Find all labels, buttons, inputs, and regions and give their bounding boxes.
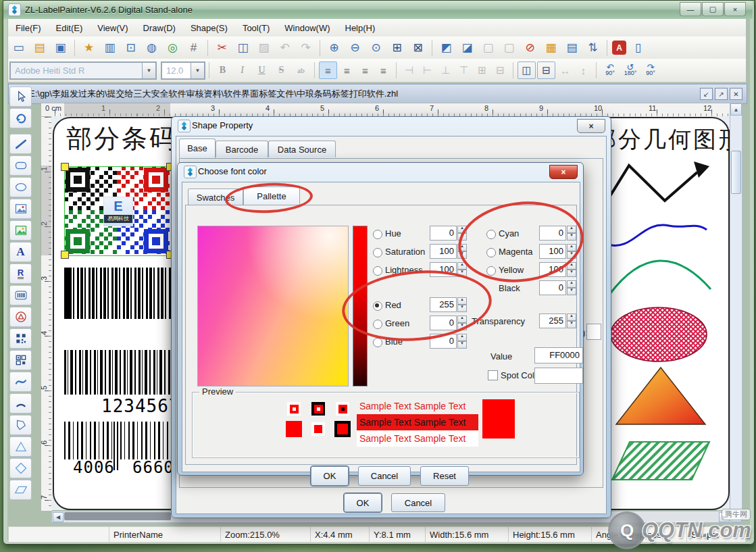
menu-tool[interactable]: Tool(T) <box>235 21 277 35</box>
tab-data-source[interactable]: Data Source <box>268 141 336 157</box>
tab-barcode[interactable]: Barcode <box>216 141 268 157</box>
rounded-rect-tool-button[interactable] <box>9 155 32 176</box>
line-tool-button[interactable] <box>9 134 32 154</box>
richtext-tool-button[interactable]: R <box>9 264 32 284</box>
color-reset-button[interactable]: Reset <box>420 466 469 486</box>
rotate-cw-90-button[interactable]: ↷90° <box>640 64 661 76</box>
spot-color-checkbox[interactable] <box>488 370 498 380</box>
menu-edit[interactable]: Edit(E) <box>49 21 91 35</box>
transparency-spinner[interactable]: 255 <box>539 313 576 328</box>
spot-color-field[interactable] <box>534 368 583 384</box>
shape-ok-button[interactable]: OK <box>344 493 382 512</box>
center-vertical-icon[interactable]: ⊟ <box>537 61 555 79</box>
curve-tool-button[interactable] <box>9 372 32 392</box>
menu-help[interactable]: Help(H) <box>338 21 383 35</box>
value-field[interactable]: FF0000 <box>534 347 583 363</box>
chevron-down-icon[interactable]: ▼ <box>191 63 204 78</box>
rotate-tool-button[interactable] <box>9 108 32 128</box>
settings-icon[interactable]: ★ <box>80 39 98 57</box>
bold-button[interactable]: B <box>214 62 231 78</box>
image-tool-button[interactable] <box>9 199 32 219</box>
font-family-select[interactable]: Adobe Heiti Std R ▼ <box>9 61 157 80</box>
select-tool-button[interactable] <box>9 86 32 107</box>
menu-view[interactable]: View(V) <box>90 21 135 35</box>
wave-curve-shape[interactable] <box>607 215 709 250</box>
right-canvas-title[interactable]: 部分几何图形 <box>593 124 743 155</box>
align-objects-center-h-icon[interactable]: ⊞ <box>474 62 490 78</box>
grid-icon[interactable]: # <box>184 39 203 57</box>
zigzag-arrow-shape[interactable] <box>607 157 716 210</box>
doc-float-icon[interactable]: ↗ <box>715 88 728 100</box>
script-format-button[interactable]: ab <box>293 62 309 78</box>
align-left-button[interactable]: ≡ <box>319 61 337 79</box>
font-size-select[interactable]: 12.0 ▼ <box>161 61 205 80</box>
align-objects-left-icon[interactable]: ⊣ <box>401 62 418 78</box>
document-title-bar[interactable]: E:\gp\李姐发过来的\提交给三大安全软件审核资料\软件界面标签文件\中琅条码… <box>8 84 747 104</box>
text-tool-button[interactable]: A <box>9 242 32 262</box>
rotate-180-button[interactable]: ↺180° <box>620 64 640 76</box>
export-pdf-icon[interactable]: A <box>612 41 626 55</box>
align-justify-button[interactable]: ≡ <box>375 62 392 78</box>
database-icon[interactable]: ◍ <box>143 39 161 57</box>
open-file-icon[interactable]: ▤ <box>30 39 49 57</box>
shape-library-tool-button[interactable] <box>9 307 32 327</box>
saturation-radio[interactable] <box>373 248 382 257</box>
zoom-in-icon[interactable]: ⊕ <box>325 39 343 57</box>
pdf417-barcode-object[interactable] <box>64 268 178 319</box>
black-spinner[interactable]: 0 <box>539 280 576 295</box>
italic-button[interactable]: I <box>234 62 251 78</box>
maximize-button[interactable]: ▢ <box>702 2 724 16</box>
color-dialog-close-button[interactable]: × <box>549 165 578 179</box>
matrix-code-tool-button[interactable] <box>9 328 32 349</box>
shape-side-field[interactable] <box>586 324 601 340</box>
bring-forward-icon[interactable]: ◩ <box>437 39 455 57</box>
lock-icon[interactable]: ▦ <box>542 39 560 57</box>
ungroup-icon[interactable]: ▢ <box>500 39 518 57</box>
underline-button[interactable]: U <box>253 62 270 78</box>
cut-icon[interactable]: ✂ <box>213 39 231 57</box>
align-right-button[interactable]: ≡ <box>357 62 374 78</box>
align-center-button[interactable]: ≡ <box>338 62 355 78</box>
zoom-actual-icon[interactable]: ⊙ <box>367 39 385 57</box>
ellipse-tool-button[interactable] <box>9 177 32 197</box>
triangle-tool-button[interactable] <box>9 436 32 457</box>
arc-shape[interactable] <box>607 253 715 300</box>
horizontal-scroll-thumb[interactable] <box>64 512 171 520</box>
align-objects-right-icon[interactable]: ⊢ <box>419 62 436 78</box>
align-objects-top-icon[interactable]: ⊥ <box>437 62 454 78</box>
polygon-tool-button[interactable] <box>9 415 32 435</box>
fit-width-icon[interactable]: ⊞ <box>388 39 406 57</box>
diamond-tool-button[interactable] <box>9 458 32 478</box>
arc-tool-button[interactable] <box>9 393 32 413</box>
shape-dialog-close-button[interactable]: × <box>577 119 605 133</box>
strikethrough-button[interactable]: S <box>273 62 290 78</box>
database-refresh-icon[interactable]: ◎ <box>163 39 182 57</box>
menu-shape[interactable]: Shape(S) <box>183 21 235 35</box>
color-cancel-button[interactable]: Cancel <box>358 466 411 486</box>
menu-file[interactable]: File(F) <box>8 21 49 35</box>
paste-icon[interactable]: ▨ <box>255 39 273 57</box>
doc-close-icon[interactable]: ✕ <box>730 88 742 100</box>
distribute-icon[interactable]: ⇅ <box>584 39 602 57</box>
menu-window[interactable]: Window(W) <box>277 21 337 35</box>
crosshatch-ellipse-shape[interactable] <box>608 305 709 363</box>
lightness-radio[interactable] <box>373 266 382 276</box>
print-icon[interactable]: ▥ <box>101 39 119 57</box>
vertical-scroll-thumb[interactable] <box>731 151 741 194</box>
gradient-triangle-shape[interactable] <box>613 365 708 427</box>
new-file-icon[interactable]: ▭ <box>9 39 28 57</box>
tab-base[interactable]: Base <box>179 139 216 158</box>
color-ok-button[interactable]: OK <box>311 466 349 486</box>
print-preview-icon[interactable]: ⊡ <box>122 39 140 57</box>
barcode-tool-button[interactable] <box>9 285 32 305</box>
fit-screen-icon[interactable]: ⊠ <box>409 39 427 57</box>
scroll-left-icon[interactable]: ◀ <box>53 512 64 522</box>
align-objects-center-v-icon[interactable]: ⊟ <box>492 62 509 78</box>
group-icon[interactable]: ▢ <box>479 39 497 57</box>
code128-barcode-object[interactable] <box>64 350 170 395</box>
hide-shape-icon[interactable]: ⊘ <box>521 39 539 57</box>
title-bar[interactable]: ZL-LabelPainter-V6.2.6 Digital Stand-alo… <box>3 1 753 19</box>
minimize-button[interactable]: — <box>680 2 701 16</box>
parallelogram-tool-button[interactable] <box>9 480 32 500</box>
spread-vertical-icon[interactable]: ↕ <box>575 62 592 78</box>
